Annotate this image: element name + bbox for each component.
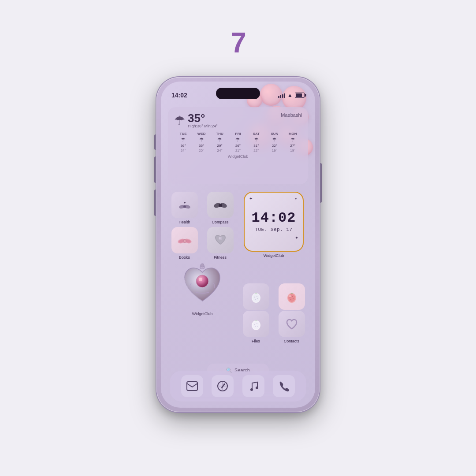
clock-time: 14:02 xyxy=(251,211,296,225)
svg-point-12 xyxy=(183,240,186,242)
svg-point-3 xyxy=(183,205,186,208)
dynamic-island xyxy=(216,88,260,99)
svg-point-28 xyxy=(292,296,293,297)
dock-mail[interactable] xyxy=(181,375,203,397)
svg-point-26 xyxy=(288,294,295,302)
weather-days-row: TUE ☂ 36° 24° WED ☂ 35° 25° THU ☂ 29 xyxy=(174,132,302,152)
widgetclub-icon xyxy=(176,257,229,310)
svg-point-6 xyxy=(219,204,222,207)
compass-label: Compass xyxy=(212,220,228,224)
dock-music[interactable] xyxy=(242,375,264,397)
svg-point-40 xyxy=(223,383,225,385)
fitness-icon xyxy=(207,227,234,253)
svg-point-29 xyxy=(290,299,291,300)
svg-point-36 xyxy=(255,326,256,327)
phone-screen: 14:02 ▲ ☂ xyxy=(161,82,315,408)
app-contacts[interactable]: Contacts xyxy=(275,311,308,343)
weather-umbrella-icon: ☂ xyxy=(174,113,185,128)
contacts-label: Contacts xyxy=(284,339,300,343)
app-books[interactable]: Books xyxy=(168,227,201,260)
svg-point-37 xyxy=(257,326,258,327)
svg-text:✦: ✦ xyxy=(183,201,186,205)
svg-point-41 xyxy=(250,388,253,391)
svg-point-30 xyxy=(293,298,294,299)
svg-point-23 xyxy=(255,299,256,300)
app-fitness[interactable]: Fitness xyxy=(204,227,237,260)
status-time: 14:02 xyxy=(171,92,187,99)
dock-safari[interactable] xyxy=(212,375,234,397)
svg-point-24 xyxy=(257,298,258,299)
svg-rect-38 xyxy=(187,382,197,390)
clock-widget[interactable]: ✦ ✦ 14:02 TUE. Sep. 17 ✦ WidgetClub xyxy=(239,192,308,260)
weather-day-wed: WED ☂ 35° 25° xyxy=(192,132,210,152)
phone-frame: 14:02 ▲ ☂ xyxy=(156,77,320,412)
app-widgetclub[interactable]: WidgetClub xyxy=(168,257,237,316)
weather-day-thu: THU ☂ 29° 24° xyxy=(211,132,229,152)
wifi-icon: ▲ xyxy=(287,92,293,98)
svg-point-22 xyxy=(257,296,257,297)
weather-widget-label: WidgetClub xyxy=(174,154,302,159)
books-icon xyxy=(171,227,198,253)
page-number: 7 xyxy=(231,26,245,59)
svg-point-20 xyxy=(253,294,260,302)
status-icons: ▲ xyxy=(278,92,305,98)
health-icon: ✦ xyxy=(171,192,198,218)
svg-point-21 xyxy=(254,297,255,298)
svg-point-31 xyxy=(289,295,291,297)
power-button xyxy=(320,163,322,203)
svg-point-33 xyxy=(253,321,260,329)
weather-city: Maebashi xyxy=(281,112,302,118)
svg-point-16 xyxy=(199,278,202,281)
dock xyxy=(170,371,306,402)
weather-widget[interactable]: ☂ 35° High:36° Min:24° Maebashi TUE ☂ xyxy=(168,107,308,184)
contacts-icon xyxy=(279,311,305,337)
weather-day-sun: SUN ☂ 22° 19° xyxy=(265,132,283,152)
battery-icon xyxy=(295,93,305,98)
weather-day-sat: SAT ☂ 31° 22° xyxy=(247,132,265,152)
svg-point-42 xyxy=(256,387,258,389)
app-compass[interactable]: Compass xyxy=(204,192,237,224)
signal-icon xyxy=(278,93,286,98)
health-label: Health xyxy=(178,220,190,224)
app-health[interactable]: ✦ Health xyxy=(168,192,201,224)
dock-phone[interactable] xyxy=(273,375,295,397)
icloud-icon xyxy=(243,283,269,310)
weather-range: High:36° Min:24° xyxy=(188,124,218,128)
clock-date: TUE. Sep. 17 xyxy=(255,227,292,232)
phone-mockup: 14:02 ▲ ☂ xyxy=(156,77,320,412)
compass-icon xyxy=(207,192,234,218)
svg-point-14 xyxy=(219,238,220,239)
weather-temperature: 35° xyxy=(188,112,218,124)
applestore-icon xyxy=(279,283,305,310)
weather-day-tue: TUE ☂ 36° 24° xyxy=(174,132,192,152)
svg-point-34 xyxy=(254,324,255,325)
svg-point-35 xyxy=(257,323,257,324)
files-icon xyxy=(243,311,269,337)
svg-point-18 xyxy=(201,264,204,267)
svg-point-15 xyxy=(196,275,208,287)
clock-widget-box: ✦ ✦ 14:02 TUE. Sep. 17 ✦ xyxy=(244,192,304,252)
sparkle-br-icon: ✦ xyxy=(295,235,298,240)
app-files[interactable]: Files xyxy=(239,311,272,343)
sparkle-tl-icon: ✦ xyxy=(249,196,253,201)
sparkle-tr-icon: ✦ xyxy=(294,197,298,201)
weather-day-mon: MON ☂ 27° 19° xyxy=(284,132,302,152)
files-label: Files xyxy=(252,339,260,343)
weather-day-fri: FRI ☂ 26° 21° xyxy=(229,132,247,152)
